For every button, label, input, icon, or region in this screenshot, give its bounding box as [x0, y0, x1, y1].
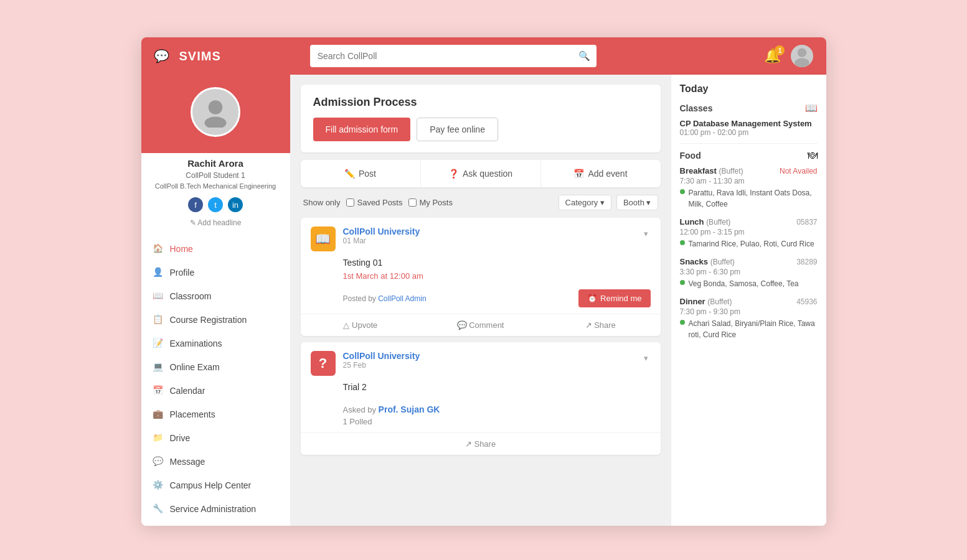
post-body: Trial 2 [301, 382, 661, 402]
sidebar-item-drive[interactable]: 📁 Drive [141, 426, 290, 450]
saved-posts-label: Saved Posts [357, 198, 402, 207]
comment-button[interactable]: 💬 Comment [420, 314, 540, 336]
post-date: 25 Feb [343, 361, 634, 370]
category-dropdown[interactable]: Category ▾ [559, 195, 611, 210]
sidebar-item-message[interactable]: 💬 Message [141, 450, 290, 474]
snacks-title: Snacks (Buffet) [680, 257, 735, 266]
main-layout: Rachit Arora CollPoll Student 1 CollPoll… [141, 75, 826, 526]
sidebar-item-online-exam[interactable]: 💻 Online Exam [141, 355, 290, 379]
post-expand-button[interactable]: ▾ [641, 226, 651, 241]
saved-posts-checkbox[interactable] [346, 198, 354, 207]
sidebar-item-placements-label: Placements [170, 409, 215, 419]
twitter-icon[interactable]: t [208, 197, 223, 212]
class-time: 01:00 pm - 02:00 pm [680, 128, 818, 137]
right-panel: Today Classes 📖 CP Database Management S… [671, 75, 826, 526]
sidebar-item-service-label: Service Administration [170, 504, 257, 514]
service-icon: 🔧 [153, 503, 164, 515]
my-posts-checkbox[interactable] [408, 198, 417, 207]
food-snacks: Snacks (Buffet) 38289 3:30 pm - 6:30 pm … [680, 257, 818, 289]
event-icon: 📅 [573, 169, 584, 179]
ask-question-label: Ask question [463, 169, 512, 179]
sidebar-item-calendar[interactable]: 📅 Calendar [141, 379, 290, 403]
sidebar-item-course-label: Course Registration [170, 315, 247, 325]
saved-posts-filter[interactable]: Saved Posts [346, 198, 402, 207]
upvote-button[interactable]: △ Upvote [301, 314, 421, 336]
ask-question-button[interactable]: ❓ Ask question [421, 160, 541, 187]
fill-admission-form-button[interactable]: Fill admission form [313, 118, 411, 141]
linkedin-icon[interactable]: in [228, 197, 243, 212]
help-icon: ⚙️ [153, 480, 164, 491]
search-input[interactable] [310, 45, 597, 67]
user-course: CollPoll B.Tech Mechanical Engineering [141, 181, 290, 194]
my-posts-filter[interactable]: My Posts [408, 198, 452, 207]
post-author[interactable]: CollPoll University [343, 226, 634, 236]
add-event-button[interactable]: 📅 Add event [541, 160, 661, 187]
admission-box: Admission Process Fill admission form Pa… [301, 85, 661, 152]
exam-icon: 📝 [153, 338, 164, 349]
snacks-header: Snacks (Buffet) 38289 [680, 257, 818, 266]
sidebar-item-classroom-label: Classroom [170, 291, 212, 301]
pay-fee-button[interactable]: Pay fee online [417, 118, 498, 141]
share-button[interactable]: ↗ Share [301, 433, 661, 455]
share-button[interactable]: ↗ Share [540, 314, 661, 336]
sidebar-item-campus-help[interactable]: ⚙️ Campus Help Center [141, 474, 290, 497]
post-button[interactable]: ✏️ Post [301, 160, 421, 187]
sidebar-item-examinations[interactable]: 📝 Examinations [141, 332, 290, 355]
post-text: Trial 2 [343, 382, 651, 392]
avatar [191, 87, 240, 137]
lunch-id: 05837 [796, 218, 817, 226]
post-body: Testing 01 1st March at 12:00 am [301, 258, 661, 287]
remind-me-button[interactable]: ⏰ Remind me [578, 289, 650, 307]
sidebar-item-campus-label: Campus Help Center [170, 480, 252, 490]
post-actions-bar: ✏️ Post ❓ Ask question 📅 Add event [301, 160, 661, 187]
list-icon: 📋 [153, 314, 164, 325]
posted-by-link[interactable]: CollPoll Admin [378, 294, 426, 303]
notification-button[interactable]: 🔔 1 [764, 48, 781, 64]
asked-by-link[interactable]: Prof. Sujan GK [379, 404, 440, 414]
post-author[interactable]: CollPoll University [343, 351, 634, 361]
class-item: CP Database Management System 01:00 pm -… [680, 119, 818, 137]
divider [680, 143, 818, 144]
post-polled: 1 Polled [301, 417, 661, 432]
add-headline-link[interactable]: ✎ Add headline [141, 216, 290, 232]
question-icon: ❓ [448, 169, 459, 179]
calendar-icon: 📅 [153, 385, 164, 396]
filter-right: Category ▾ Booth ▾ [559, 195, 658, 210]
filter-bar: Show only Saved Posts My Posts Category … [301, 195, 661, 210]
post-footer: Posted by CollPoll Admin ⏰ Remind me [301, 287, 661, 314]
sidebar-item-course-registration[interactable]: 📋 Course Registration [141, 308, 290, 332]
booth-dropdown[interactable]: Booth ▾ [616, 195, 658, 210]
classes-section-header: Classes 📖 [680, 102, 818, 114]
dinner-list: Achari Salad, Biryani/Plain Rice, Tawa r… [689, 318, 818, 340]
today-label: Today [680, 83, 818, 95]
post-expand-button[interactable]: ▾ [641, 351, 651, 365]
admission-title: Admission Process [313, 96, 648, 109]
search-bar: 🔍 [310, 45, 597, 67]
svg-point-0 [798, 48, 806, 57]
post-header: ? CollPoll University 25 Feb ▾ [301, 342, 661, 382]
sidebar: Rachit Arora CollPoll Student 1 CollPoll… [141, 75, 291, 526]
post-meta: CollPoll University 01 Mar [343, 226, 634, 245]
sidebar-item-service-admin[interactable]: 🔧 Service Administration [141, 497, 290, 521]
user-avatar-header[interactable] [791, 45, 813, 67]
snacks-id: 38289 [796, 258, 817, 266]
food-icon: 🍽 [808, 150, 818, 161]
sidebar-item-drive-label: Drive [170, 433, 191, 443]
posted-by: Posted by CollPoll Admin [343, 294, 427, 303]
sidebar-item-classroom[interactable]: 📖 Classroom [141, 284, 290, 308]
sidebar-item-placements[interactable]: 💼 Placements [141, 403, 290, 426]
sidebar-item-home[interactable]: 🏠 Home [141, 237, 290, 261]
post-header: 📖 CollPoll University 01 Mar ▾ [301, 218, 661, 258]
show-only-label: Show only [303, 198, 341, 207]
classes-title: Classes [680, 103, 713, 113]
sidebar-item-exam-label: Examinations [170, 338, 222, 348]
facebook-icon[interactable]: f [188, 197, 203, 212]
food-indicator [680, 240, 685, 245]
svg-point-3 [205, 117, 227, 128]
notification-badge: 1 [775, 45, 785, 55]
sidebar-item-profile[interactable]: 👤 Profile [141, 261, 290, 284]
header: 💬 SVIMS 🔍 🔔 1 [141, 37, 826, 75]
book-icon: 📖 [153, 291, 164, 302]
food-lunch: Lunch (Buffet) 05837 12:00 pm - 3:15 pm … [680, 217, 818, 250]
app-title: SVIMS [179, 49, 221, 63]
